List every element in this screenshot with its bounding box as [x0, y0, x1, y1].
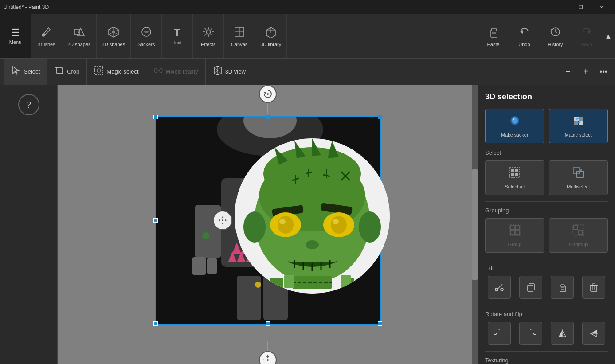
svg-rect-105	[284, 275, 294, 288]
divider-2	[485, 259, 608, 259]
right-panel: 3D selection Make sticker Magic select S…	[478, 85, 615, 364]
cut-button[interactable]	[488, 276, 511, 299]
brushes-icon	[40, 26, 53, 40]
3d-view-button[interactable]: 3D view	[206, 59, 253, 85]
make-sticker-label: Make sticker	[501, 132, 529, 137]
svg-point-91	[331, 216, 347, 234]
svg-rect-134	[510, 231, 514, 235]
text-icon: T	[174, 27, 180, 38]
grouping-section-title: Grouping	[485, 207, 608, 214]
flip-horizontal-button[interactable]	[551, 322, 574, 345]
flip-vertical-icon	[589, 329, 599, 338]
zoom-in-button[interactable]: +	[579, 65, 593, 79]
group-button[interactable]: Group	[485, 218, 544, 253]
select-all-button[interactable]: Select all	[485, 160, 544, 195]
2d-shapes-label: 2D shapes	[67, 42, 91, 47]
undo-icon	[518, 26, 531, 40]
effects-button[interactable]: Effects	[193, 14, 224, 58]
minimize-button[interactable]: —	[550, 0, 571, 14]
rotate-icon-bottom[interactable]	[259, 351, 277, 364]
select-all-label: Select all	[505, 184, 525, 189]
multiselect-icon	[572, 166, 584, 181]
undo-button[interactable]: Undo	[509, 14, 540, 58]
stickers-button[interactable]: Stickers	[131, 14, 162, 58]
canvas-scrollbar[interactable]	[472, 85, 478, 364]
maximize-button[interactable]: ❐	[571, 0, 591, 14]
3d-view-label: 3D view	[225, 68, 246, 75]
canvas-content	[113, 116, 423, 333]
more-options-button[interactable]: •••	[596, 65, 611, 79]
select-tool-button[interactable]: Select	[4, 59, 47, 85]
rotate-icon-top[interactable]	[259, 85, 277, 103]
close-button[interactable]: ✕	[591, 0, 611, 14]
panel-title: 3D selection	[485, 92, 608, 102]
svg-rect-135	[515, 231, 519, 235]
3d-shapes-label: 3D shapes	[102, 42, 125, 47]
zoom-controls: − + •••	[561, 65, 611, 79]
crop-tool-button[interactable]: Crop	[47, 59, 87, 85]
svg-marker-42	[264, 92, 266, 94]
scrollbar-thumb[interactable]	[472, 169, 478, 281]
group-icon	[509, 224, 521, 239]
mixed-reality-button[interactable]: Mixed reality	[146, 59, 206, 85]
svg-rect-139	[579, 231, 583, 235]
magic-select-panel-button[interactable]: Magic select	[549, 109, 608, 143]
delete-icon	[589, 282, 599, 292]
2d-shapes-button[interactable]: 2D shapes	[62, 14, 97, 58]
svg-line-15	[211, 28, 212, 30]
zoom-out-button[interactable]: −	[561, 65, 575, 79]
svg-rect-128	[515, 173, 518, 176]
edit-buttons-row	[485, 276, 608, 299]
flip-vertical-button[interactable]	[582, 322, 605, 345]
canvas-button[interactable]: Canvas	[224, 14, 255, 58]
svg-rect-129	[573, 168, 580, 174]
canvas-area[interactable]	[58, 85, 478, 364]
menu-label: Menu	[9, 39, 22, 45]
multiselect-button[interactable]: Multiselect	[549, 160, 608, 195]
text-button[interactable]: T Text	[162, 14, 193, 58]
rotate-left-button[interactable]	[488, 322, 511, 345]
svg-line-141	[496, 284, 502, 290]
ungroup-button[interactable]: Ungroup	[549, 218, 608, 253]
copy-button[interactable]	[519, 276, 542, 299]
rotation-handle-top[interactable]	[259, 85, 277, 114]
svg-point-34	[97, 69, 101, 72]
svg-point-117	[513, 118, 514, 120]
magic-select-button[interactable]: Magic select	[87, 59, 146, 85]
ungroup-icon	[572, 224, 584, 239]
svg-point-66	[202, 232, 209, 239]
grouping-row: Group Ungroup	[485, 218, 608, 253]
texturing-section-title: Texturing	[485, 357, 608, 364]
left-panel: ?	[0, 85, 58, 364]
rotate-right-button[interactable]	[519, 322, 542, 345]
delete-button[interactable]	[582, 276, 605, 299]
paste-special-button[interactable]	[551, 276, 574, 299]
make-sticker-button[interactable]: Make sticker	[485, 109, 544, 143]
menu-button[interactable]: ☰ Menu	[0, 14, 31, 58]
3d-library-icon	[265, 26, 277, 40]
undo-label: Undo	[518, 42, 530, 47]
magic-select-label: Magic select	[106, 68, 138, 75]
paste-button[interactable]: Paste	[478, 14, 509, 58]
svg-point-93	[333, 219, 339, 224]
toolbar-collapse-button[interactable]: ▲	[602, 14, 615, 58]
3d-shapes-button[interactable]: 3D shapes	[97, 14, 131, 58]
history-button[interactable]: History	[540, 14, 571, 58]
rotation-handle-bottom[interactable]	[259, 341, 277, 364]
magic-select-panel-icon	[572, 114, 584, 129]
ungroup-label: Ungroup	[569, 242, 588, 247]
3d-library-button[interactable]: 3D library	[255, 14, 287, 58]
magic-select-panel-label: Magic select	[565, 132, 592, 137]
window-title: Untitled* - Paint 3D	[4, 4, 49, 10]
brushes-button[interactable]: Brushes	[31, 14, 62, 58]
make-sticker-icon	[509, 114, 521, 129]
select-all-icon	[509, 166, 521, 181]
menu-icon: ☰	[11, 28, 20, 38]
svg-point-35	[154, 68, 157, 73]
multiselect-label: Multiselect	[567, 184, 590, 189]
rotation-line-bottom	[267, 341, 268, 351]
divider-1	[485, 201, 608, 202]
redo-button[interactable]: Redo	[571, 14, 602, 58]
svg-point-8	[206, 30, 211, 34]
help-button[interactable]: ?	[18, 94, 39, 115]
